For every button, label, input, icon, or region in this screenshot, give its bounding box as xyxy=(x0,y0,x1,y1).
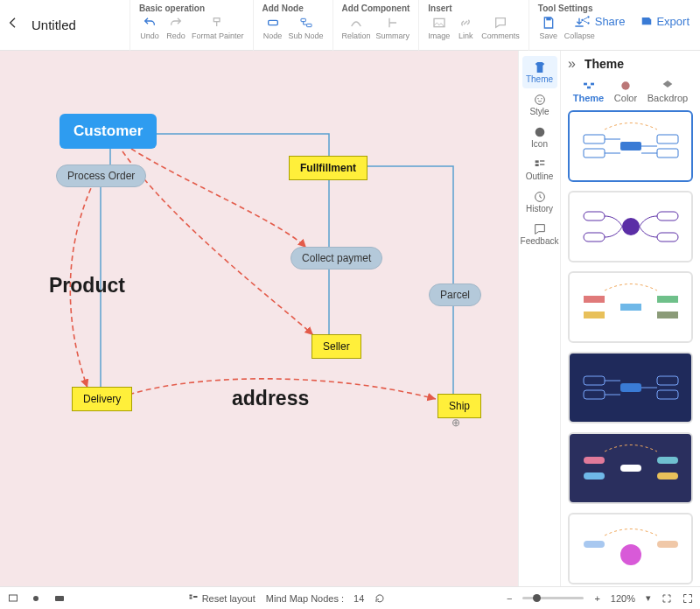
sidetab-outline[interactable]: Outline xyxy=(522,153,557,186)
node-collect-paymet[interactable]: Collect paymet xyxy=(290,247,382,270)
sb-presentation2-icon[interactable] xyxy=(30,593,42,604)
theme-preset-2[interactable] xyxy=(568,191,693,262)
format-painter-label: Format Painter xyxy=(192,32,244,40)
outline-icon xyxy=(533,158,547,172)
fullscreen-icon[interactable] xyxy=(682,593,693,604)
node-parcel[interactable]: Parcel xyxy=(429,284,481,306)
svg-rect-2 xyxy=(301,18,305,21)
export-button[interactable]: Export xyxy=(640,14,690,29)
smile-solid-icon xyxy=(533,125,547,139)
insert-image-button[interactable]: Image xyxy=(428,15,450,40)
sb-presentation-icon[interactable] xyxy=(7,593,19,604)
svg-point-51 xyxy=(33,596,38,601)
export-icon xyxy=(640,14,653,29)
theme-preset-6[interactable] xyxy=(568,513,693,584)
save-label: Save xyxy=(540,32,558,40)
nodes-value: 14 xyxy=(354,593,364,604)
link-label: Link xyxy=(458,32,473,40)
tab-color-label: Color xyxy=(614,93,637,103)
tab-theme-label: Theme xyxy=(573,93,604,103)
collapse-pane-icon[interactable]: » xyxy=(568,56,576,72)
label-address: address xyxy=(232,387,309,410)
subnode-label: Sub Node xyxy=(289,32,324,40)
node-ship[interactable]: Ship xyxy=(438,394,481,418)
refresh-icon[interactable] xyxy=(374,593,385,604)
back-button[interactable] xyxy=(0,16,26,34)
tab-color[interactable]: Color xyxy=(614,79,637,103)
export-label: Export xyxy=(656,15,690,28)
tshirt-icon xyxy=(533,60,547,74)
node-label: Node xyxy=(263,32,283,40)
save-button[interactable]: Save xyxy=(538,15,559,40)
add-subnode-button[interactable]: Sub Node xyxy=(289,15,324,40)
svg-rect-54 xyxy=(189,597,192,598)
zoom-in-button[interactable]: + xyxy=(594,593,599,604)
add-node-button[interactable]: Node xyxy=(262,15,284,40)
zoom-slider[interactable] xyxy=(522,597,584,599)
svg-rect-35 xyxy=(657,296,678,303)
sidetab-style[interactable]: Style xyxy=(522,88,557,121)
image-label: Image xyxy=(428,32,450,40)
add-child-icon[interactable]: ⊕ xyxy=(452,416,460,429)
node-delivery[interactable]: Delivery xyxy=(72,387,132,411)
fit-icon[interactable] xyxy=(662,593,672,604)
sidetab-theme-label: Theme xyxy=(526,74,553,84)
collapse-label: Collapse xyxy=(564,32,595,40)
insert-comments-button[interactable]: Comments xyxy=(481,15,520,40)
node-process-order[interactable]: Process Order xyxy=(56,164,146,187)
nodes-label: Mind Map Nodes : xyxy=(266,593,344,604)
sidetab-icon-label: Icon xyxy=(531,139,548,149)
sidetab-style-label: Style xyxy=(529,107,549,116)
node-seller[interactable]: Seller xyxy=(312,334,361,359)
svg-rect-50 xyxy=(10,595,18,601)
summary-label: Summary xyxy=(376,32,410,40)
redo-icon xyxy=(168,15,184,31)
insert-link-button[interactable]: Link xyxy=(455,15,476,40)
theme-preset-3[interactable] xyxy=(568,271,693,343)
format-painter-button[interactable]: Format Painter xyxy=(192,15,244,40)
svg-rect-41 xyxy=(657,390,678,399)
sb-wordcount-icon[interactable] xyxy=(52,593,66,604)
reset-layout-button[interactable]: Reset layout xyxy=(188,592,256,605)
svg-rect-3 xyxy=(306,24,311,26)
tab-theme[interactable]: Theme xyxy=(573,79,604,103)
subnode-icon xyxy=(298,15,314,31)
sidetab-icon[interactable]: Icon xyxy=(522,121,557,153)
relation-button[interactable]: Relation xyxy=(342,15,371,40)
reset-label: Reset layout xyxy=(202,593,256,604)
theme-preset-5[interactable] xyxy=(568,432,693,504)
svg-rect-32 xyxy=(584,296,605,303)
document-title[interactable]: Untitled xyxy=(32,18,76,32)
mindmap-canvas[interactable]: Customer Process Order Fullfillment Coll… xyxy=(0,51,518,586)
summary-button[interactable]: Summary xyxy=(376,15,410,40)
undo-button[interactable]: Undo xyxy=(139,15,160,40)
sidetab-theme[interactable]: Theme xyxy=(522,56,557,88)
svg-rect-44 xyxy=(620,465,641,472)
zoom-out-button[interactable]: − xyxy=(507,593,512,604)
svg-rect-37 xyxy=(584,376,605,385)
svg-point-6 xyxy=(581,19,583,21)
sidetab-feedback-label: Feedback xyxy=(521,236,559,246)
node-fullfillment[interactable]: Fullfillment xyxy=(289,156,368,180)
zoom-dropdown-icon[interactable]: ▾ xyxy=(646,592,651,604)
pane-title: Theme xyxy=(584,57,624,71)
svg-point-12 xyxy=(535,128,544,137)
svg-rect-19 xyxy=(591,83,594,86)
theme-preset-4[interactable] xyxy=(568,352,693,424)
tab-backdrop[interactable]: Backdrop xyxy=(648,79,688,103)
node-customer[interactable]: Customer xyxy=(60,114,157,149)
tab-backdrop-label: Backdrop xyxy=(648,93,688,103)
svg-point-47 xyxy=(620,544,641,565)
theme-preset-1[interactable] xyxy=(568,110,693,182)
share-button[interactable]: Share xyxy=(579,14,626,29)
redo-label: Redo xyxy=(166,32,186,40)
redo-button[interactable]: Redo xyxy=(165,15,186,40)
svg-rect-45 xyxy=(657,457,678,464)
reset-icon xyxy=(188,592,199,605)
sidetab-history[interactable]: History xyxy=(522,186,557,218)
svg-rect-18 xyxy=(584,83,587,86)
svg-rect-26 xyxy=(657,149,678,158)
sidetab-feedback[interactable]: Feedback xyxy=(522,218,557,250)
format-painter-icon xyxy=(210,15,226,31)
svg-rect-1 xyxy=(268,20,277,24)
